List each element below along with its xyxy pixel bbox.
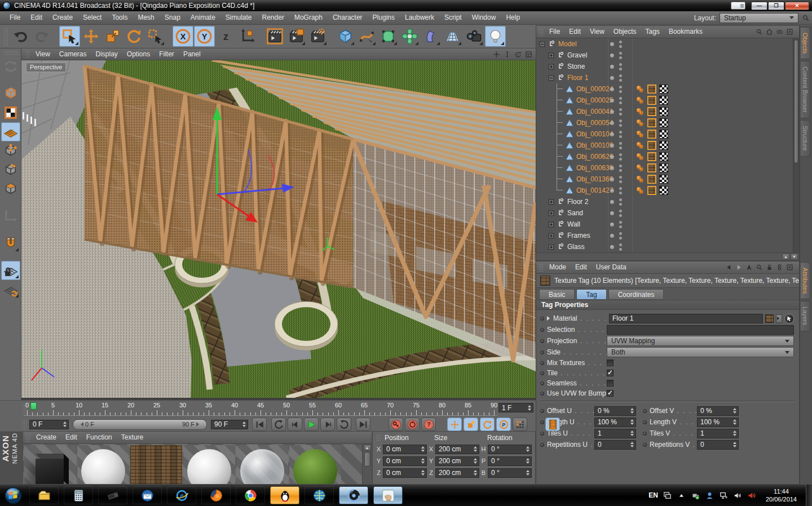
tray-keyboard-layout[interactable] bbox=[663, 491, 672, 500]
visibility-dots[interactable] bbox=[610, 74, 630, 82]
search-button[interactable] bbox=[756, 28, 763, 35]
tray-alert-volume[interactable] bbox=[747, 491, 757, 500]
phong-tag-icon[interactable] bbox=[636, 96, 645, 105]
material-thumbnail-sphere-white[interactable] bbox=[77, 445, 129, 484]
z-axis-button[interactable]: z bbox=[215, 26, 236, 47]
taskbar-hand-tool[interactable] bbox=[373, 486, 403, 504]
object-name[interactable]: Obj_000104 bbox=[576, 130, 613, 138]
scroll-up-icon[interactable]: ▲ bbox=[364, 445, 371, 451]
menu-item-render[interactable]: Render bbox=[257, 11, 289, 24]
coordinate-system-button[interactable] bbox=[237, 26, 258, 47]
autokey-button[interactable] bbox=[405, 418, 420, 431]
menu-item-objects[interactable]: Objects bbox=[609, 26, 641, 38]
timeline-ruler[interactable]: 051015202530354045505560657075808590 bbox=[27, 402, 494, 416]
object-name[interactable]: Obj_001366 bbox=[576, 175, 613, 183]
menu-item-options[interactable]: Options bbox=[122, 48, 155, 60]
end-frame-field[interactable]: 90 F bbox=[211, 420, 248, 429]
object-row[interactable]: Model bbox=[536, 38, 793, 50]
animation-dot-icon[interactable] bbox=[643, 420, 647, 424]
viewport-grip[interactable] bbox=[25, 50, 30, 58]
pan-view-button[interactable] bbox=[493, 51, 500, 58]
visibility-dots[interactable] bbox=[610, 86, 630, 93]
expand-icon[interactable] bbox=[548, 221, 555, 228]
menu-item-help[interactable]: Help bbox=[501, 11, 525, 24]
object-name[interactable]: Frames bbox=[567, 232, 590, 239]
home-button[interactable] bbox=[766, 28, 773, 35]
object-name[interactable]: Obj_000626 bbox=[576, 153, 613, 161]
coordinate-field[interactable]: 200 cm bbox=[435, 456, 479, 466]
menu-item-filter[interactable]: Filter bbox=[155, 48, 179, 60]
phong-tag-icon[interactable] bbox=[636, 186, 645, 195]
titlebar[interactable]: CINEMA 4D R14.041 Broadcast (32 Bit) - [… bbox=[0, 0, 812, 11]
menu-item-create[interactable]: Create bbox=[32, 432, 61, 443]
go-end-button[interactable] bbox=[356, 418, 370, 431]
phong-tag-icon[interactable] bbox=[636, 85, 645, 94]
taskbar-chrome[interactable] bbox=[236, 486, 265, 504]
texture-tag-icon[interactable] bbox=[647, 107, 656, 116]
taskbar-qq[interactable] bbox=[270, 486, 299, 504]
x-axis-button[interactable]: X bbox=[173, 26, 193, 47]
object-name[interactable]: Glass bbox=[567, 243, 585, 251]
material-scrollbar[interactable]: ▲ bbox=[362, 444, 372, 484]
rotate-button[interactable] bbox=[123, 26, 144, 47]
animation-dot-icon[interactable] bbox=[540, 350, 544, 354]
texture-tag-icon[interactable] bbox=[647, 175, 656, 184]
palette-grip[interactable] bbox=[3, 50, 18, 55]
tray-user[interactable] bbox=[705, 491, 714, 500]
key-scale-button[interactable] bbox=[464, 418, 478, 431]
menu-item-script[interactable]: Script bbox=[439, 11, 467, 24]
tray-usb[interactable] bbox=[691, 491, 700, 500]
floor-object-button[interactable] bbox=[442, 26, 463, 47]
playhead[interactable] bbox=[30, 402, 37, 410]
toolbar-grip[interactable] bbox=[3, 28, 8, 46]
uvw-tag-icon[interactable] bbox=[659, 186, 668, 195]
object-name[interactable]: Obj_000025 bbox=[576, 96, 613, 104]
menu-item-bookmarks[interactable]: Bookmarks bbox=[664, 26, 707, 38]
start-button[interactable] bbox=[0, 485, 26, 506]
texture-tag-icon[interactable] bbox=[647, 186, 656, 195]
length-u-field[interactable]: 100 % bbox=[594, 418, 636, 427]
prev-frame-button[interactable] bbox=[288, 418, 302, 431]
animation-dot-icon[interactable] bbox=[540, 392, 544, 396]
lock-button[interactable] bbox=[766, 264, 773, 271]
scale-button[interactable] bbox=[102, 26, 123, 47]
selection-field[interactable] bbox=[607, 325, 794, 335]
prev-key-button[interactable] bbox=[271, 418, 286, 431]
panel-tab-content-browser[interactable]: Content Browser bbox=[801, 61, 810, 118]
animation-dot-icon[interactable] bbox=[540, 317, 544, 321]
render-picture-viewer-button[interactable] bbox=[286, 26, 307, 47]
uvw-tag-icon[interactable] bbox=[659, 175, 668, 184]
menu-item-laubwerk[interactable]: Laubwerk bbox=[400, 11, 439, 24]
object-name[interactable]: Obj_001427 bbox=[576, 187, 613, 194]
object-row[interactable]: Wall bbox=[536, 219, 793, 230]
taskbar-internet-explorer[interactable]: e bbox=[167, 486, 196, 504]
uvw-tag-icon[interactable] bbox=[659, 85, 668, 94]
coordinate-field[interactable]: 0 ° bbox=[488, 445, 532, 454]
menu-item-view[interactable]: View bbox=[585, 26, 609, 38]
animation-dot-icon[interactable] bbox=[540, 361, 544, 365]
play-button[interactable] bbox=[304, 418, 319, 431]
object-row[interactable]: Obj_000054 bbox=[536, 117, 793, 128]
object-row[interactable]: Floor 1 bbox=[536, 72, 793, 83]
tab-tag[interactable]: Tag bbox=[576, 289, 606, 300]
expand-icon[interactable] bbox=[548, 198, 555, 206]
side-dropdown[interactable]: Both bbox=[607, 347, 794, 357]
visibility-dots[interactable] bbox=[610, 210, 630, 217]
menu-item-simulate[interactable]: Simulate bbox=[220, 11, 257, 24]
object-name[interactable]: Wall bbox=[567, 220, 580, 228]
attribute-manager-grip[interactable] bbox=[539, 264, 544, 272]
object-name[interactable]: Obj_000630 bbox=[576, 164, 613, 172]
texture-tag-icon[interactable] bbox=[647, 141, 656, 150]
expand-icon[interactable] bbox=[548, 232, 555, 239]
animation-dot-icon[interactable] bbox=[643, 443, 647, 447]
maximize-button[interactable]: ❐ bbox=[768, 2, 784, 10]
object-row[interactable]: Obj_000025 bbox=[536, 95, 793, 106]
object-row[interactable]: Obj_000630 bbox=[536, 162, 793, 174]
subdivision-surface-button[interactable] bbox=[378, 26, 399, 47]
coordinate-field[interactable]: 0 cm bbox=[383, 445, 427, 454]
keyframe-selection-button[interactable]: ? bbox=[421, 418, 436, 431]
menu-item-cameras[interactable]: Cameras bbox=[55, 48, 91, 60]
taskbar-explorer[interactable] bbox=[29, 486, 59, 504]
menu-item-mode[interactable]: Mode bbox=[545, 261, 571, 273]
next-frame-button[interactable] bbox=[320, 418, 335, 431]
